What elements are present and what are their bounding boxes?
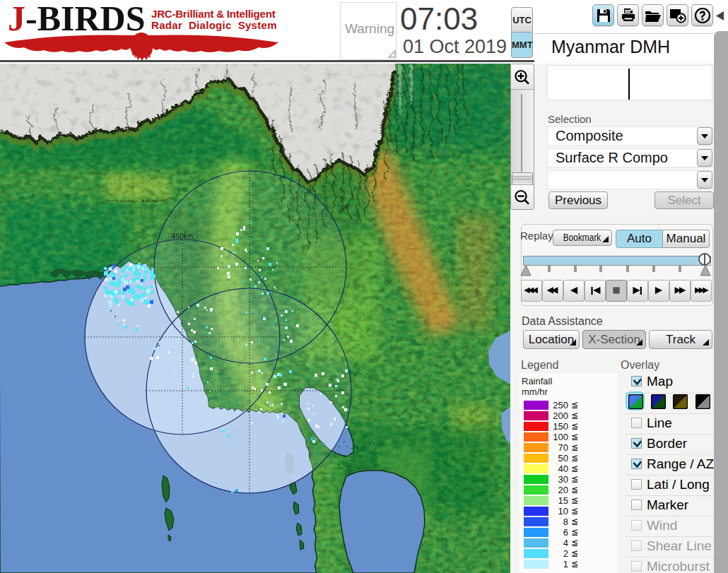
svg-text:450km: 450km [172,232,193,240]
